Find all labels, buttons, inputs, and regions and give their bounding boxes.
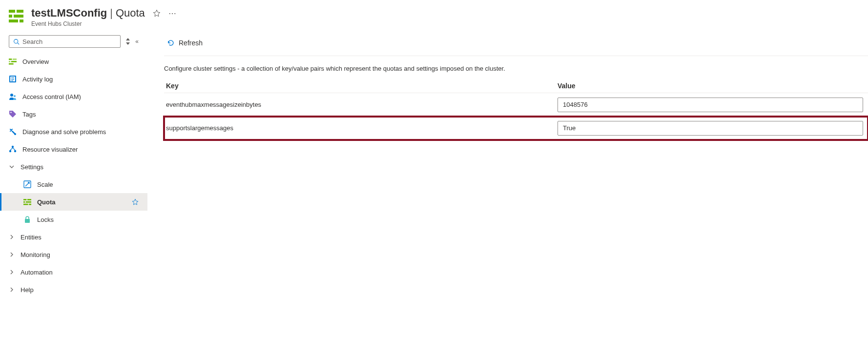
activity-log-icon [9,75,17,83]
chevron-right-icon [9,252,15,257]
svg-point-22 [12,146,14,148]
sidebar-item-access-control[interactable]: Access control (IAM) [0,88,147,105]
svg-point-18 [10,94,13,97]
svg-rect-9 [13,59,17,60]
more-actions-icon[interactable]: ⋯ [168,9,176,18]
page-header: testLMSConfig|Quota ⋯ Event Hubs Cluster [0,0,868,31]
description-text: Configure cluster settings - a collectio… [164,56,868,79]
chevron-down-icon [9,164,15,169]
table-row: eventhubmaxmessagesizeinbytes [164,93,868,117]
sidebar-search[interactable] [9,35,121,48]
svg-rect-26 [23,199,26,200]
pin-star-icon[interactable] [132,198,139,205]
chevron-right-icon [9,235,15,239]
sidebar-item-quota[interactable]: Quota [0,193,147,211]
svg-line-7 [18,42,19,44]
sidebar-item-diagnose[interactable]: Diagnose and solve problems [0,123,147,140]
chevron-right-icon [9,270,15,275]
sidebar-group-help[interactable]: Help [0,281,147,298]
sidebar-group-monitoring[interactable]: Monitoring [0,246,147,263]
sidebar-item-scale[interactable]: Scale [0,176,147,193]
svg-rect-27 [27,199,31,200]
row-value-input[interactable] [558,121,863,136]
row-value-input[interactable] [558,98,863,112]
refresh-button[interactable]: Refresh [164,37,206,49]
svg-point-23 [9,150,11,152]
overview-icon [9,58,17,65]
tags-icon [9,110,17,118]
svg-rect-30 [23,204,28,205]
collapse-sidebar-icon[interactable]: « [135,38,139,45]
col-key-header: Key [164,82,558,90]
page-title: testLMSConfig|Quota [31,7,145,20]
svg-point-6 [14,39,18,43]
favorite-star-icon[interactable] [153,9,161,17]
svg-rect-16 [11,79,14,79]
refresh-label: Refresh [179,39,203,47]
refresh-icon [167,39,175,47]
scale-icon [23,180,31,188]
expand-collapse-icon[interactable] [125,38,130,45]
quota-icon [23,198,31,206]
col-value-header: Value [558,82,868,90]
svg-rect-12 [9,63,14,65]
svg-rect-32 [25,219,30,223]
chevron-right-icon [9,287,15,292]
table-row-highlighted: supportslargemessages [164,117,868,140]
svg-point-19 [14,95,16,97]
svg-rect-4 [9,20,18,22]
svg-rect-31 [29,204,31,205]
svg-rect-17 [11,80,13,81]
resource-visualizer-icon [9,145,17,153]
svg-rect-3 [14,15,23,18]
svg-point-21 [14,133,16,135]
main-content: Refresh Configure cluster settings - a c… [147,31,868,140]
row-key: eventhubmaxmessagesizeinbytes [164,101,558,108]
table-header: Key Value [164,79,868,93]
sidebar-item-activity-log[interactable]: Activity log [0,70,147,88]
svg-point-24 [14,150,16,152]
sidebar: « Overview Activity log Access control (… [0,31,147,308]
svg-rect-2 [9,15,12,18]
svg-rect-8 [9,59,12,60]
sidebar-group-settings[interactable]: Settings [0,158,147,176]
kv-table: Key Value eventhubmaxmessagesizeinbytes … [164,79,868,140]
sidebar-group-automation[interactable]: Automation [0,263,147,281]
svg-rect-5 [20,20,23,22]
locks-icon [23,216,31,223]
sidebar-item-tags[interactable]: Tags [0,105,147,123]
sidebar-item-resource-visualizer[interactable]: Resource visualizer [0,140,147,158]
resource-type-label: Event Hubs Cluster [31,20,176,27]
svg-rect-28 [23,201,25,203]
toolbar: Refresh [164,37,868,56]
svg-rect-1 [17,10,23,13]
eventhubs-cluster-icon [9,9,23,23]
svg-point-20 [10,112,12,113]
svg-rect-10 [9,61,10,62]
search-input[interactable] [22,38,116,45]
search-icon [13,39,20,45]
diagnose-icon [9,128,17,136]
svg-rect-11 [11,61,17,62]
sidebar-item-locks[interactable]: Locks [0,211,147,228]
svg-rect-0 [9,10,15,13]
sidebar-group-entities[interactable]: Entities [0,228,147,246]
svg-rect-29 [26,201,31,203]
svg-rect-15 [11,78,14,78]
access-control-icon [9,93,17,100]
row-key: supportslargemessages [164,124,558,132]
sidebar-item-overview[interactable]: Overview [0,53,147,70]
